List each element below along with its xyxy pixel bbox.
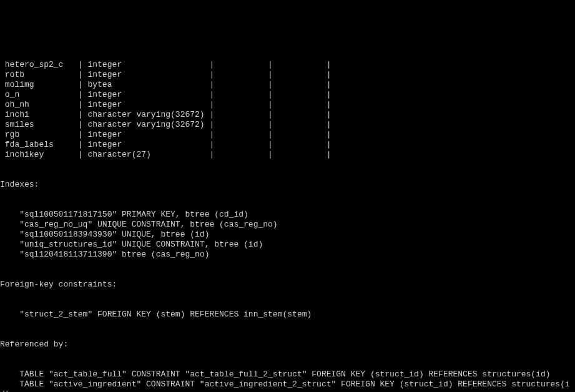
column-row: molimg | bytea | | | — [0, 80, 575, 90]
index-entry: "uniq_structures_id" UNIQUE CONSTRAINT, … — [0, 240, 575, 250]
refby-entry: TABLE "active_ingredient" CONSTRAINT "ac… — [0, 380, 575, 390]
column-row: rotb | integer | | | — [0, 70, 575, 80]
column-row: fda_labels | integer | | | — [0, 140, 575, 150]
indexes-header: Indexes: — [0, 180, 575, 190]
fk-header: Foreign-key constraints: — [0, 280, 575, 290]
refby-entry: TABLE "act_table_full" CONSTRAINT "act_t… — [0, 370, 575, 380]
index-entry: "cas_reg_no_uq" UNIQUE CONSTRAINT, btree… — [0, 220, 575, 230]
column-row: smiles | character varying(32672) | | | — [0, 120, 575, 130]
refby-header: Referenced by: — [0, 340, 575, 350]
column-row: o_n | integer | | | — [0, 90, 575, 100]
index-entry: "sql100501171817150" PRIMARY KEY, btree … — [0, 210, 575, 220]
terminal-output[interactable]: hetero_sp2_c | integer | | | rotb | inte… — [0, 40, 575, 392]
refby-entry: d) — [0, 390, 575, 392]
column-row: inchikey | character(27) | | | — [0, 150, 575, 160]
column-row: hetero_sp2_c | integer | | | — [0, 60, 575, 70]
index-entry: "sql120418113711390" btree (cas_reg_no) — [0, 250, 575, 260]
column-row: rgb | integer | | | — [0, 130, 575, 140]
fk-entry: "struct_2_stem" FOREIGN KEY (stem) REFER… — [0, 310, 575, 320]
column-row: inchi | character varying(32672) | | | — [0, 110, 575, 120]
column-row: oh_nh | integer | | | — [0, 100, 575, 110]
index-entry: "sql100501183943930" UNIQUE, btree (id) — [0, 230, 575, 240]
